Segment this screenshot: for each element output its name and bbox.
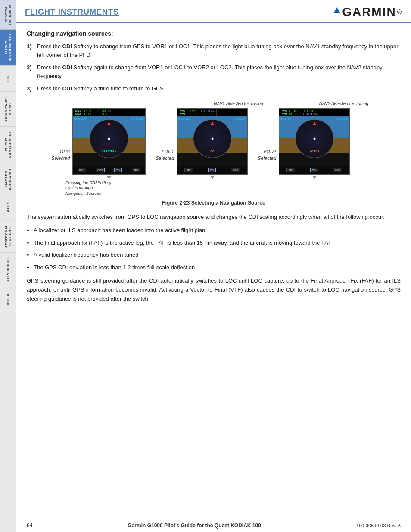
gps-compass: GPS | TERN <box>90 119 128 158</box>
step-3-cdi-bold: CDI <box>62 85 72 92</box>
bullet-3: • A valid localizer frequency has been t… <box>27 251 401 260</box>
bullet-4-text: The GPS CDI deviation is less than 1.2 t… <box>34 263 195 272</box>
garmin-triangle-icon <box>333 7 340 13</box>
page-title: FLIGHT INSTRUMENTS <box>25 8 119 17</box>
page-footer: 64 Garmin G1000 Pilot's Guide for the Qu… <box>16 519 411 532</box>
body-para-1: The system automatically switches from G… <box>27 213 401 222</box>
footer-title: Garmin G1000 Pilot's Guide for the Quest… <box>128 523 261 529</box>
sidebar-item-flight-instruments[interactable]: FLIGHTINSTRUMENTS <box>0 29 16 65</box>
loc1-compass: LOC1 <box>193 119 232 158</box>
bullet-dot-2: • <box>27 239 34 248</box>
step-3-text: Press the CDI Softkey a third time to re… <box>37 84 401 93</box>
body-para-2: GPS steering guidance is still provided … <box>27 277 401 303</box>
bullet-1: • A localizer or ILS approach has been l… <box>27 226 401 235</box>
vor2-selected-label: VOR2Selected <box>250 149 276 179</box>
loc1-cdi-btn[interactable]: CDI <box>208 168 216 172</box>
gps-crs: CRS 214° <box>131 117 144 120</box>
step-3: 3) Press the CDI Softkey a third time to… <box>27 84 401 93</box>
footer-doc-num: 190-00590-03 Rev. A <box>356 523 401 528</box>
sidebar-item-audio-panel[interactable]: AUDIO PANEL& CNS <box>0 91 16 126</box>
vor2-xpd-btn[interactable]: XPD <box>333 168 342 172</box>
pfd-gps: NW1 117.95 ↔ 110.90 IIX0 NW2 112.10 <box>72 108 146 179</box>
vor2-cdi-btn[interactable]: CDI <box>310 168 318 172</box>
page-header: FLIGHT INSTRUMENTS GARMIN® <box>16 0 411 23</box>
content-area: Changing navigation sources: 1) Press th… <box>16 23 411 519</box>
sidebar-item-index[interactable]: INDEX <box>0 286 16 312</box>
softkey-annotation: Pressing the CDI SoftkeyCycles throughNa… <box>65 180 401 196</box>
garmin-logo-text: GARMIN <box>342 5 396 19</box>
sidebar-item-appendices[interactable]: APPENDICES <box>0 252 16 286</box>
loc1-xpd-btn[interactable]: XPD <box>231 168 240 172</box>
sidebar-item-afcs[interactable]: AFCS <box>0 194 16 220</box>
main-content: FLIGHT INSTRUMENTS GARMIN® Changing navi… <box>16 0 411 532</box>
vor2-heading: HOG 354° <box>280 117 293 120</box>
loc1-crs: CRS 355° <box>234 117 246 120</box>
nav1-tuning-label: NAV1 Selected for Tuning <box>186 100 291 106</box>
step-2-text: Press the CDI Softkey again to change fr… <box>37 63 401 80</box>
step-3-num: 3) <box>27 84 37 93</box>
pfd-vor2: NW1 113.00 110.90 NW2 108.10 ↔ 113.00 <box>279 108 350 179</box>
loc1-selected-label: LOC1Selected <box>148 149 174 179</box>
vor2-compass: VOR2 || <box>295 119 334 158</box>
vor2-arrow-icon <box>312 176 317 179</box>
gps-arrow-icon <box>107 176 111 179</box>
step-1: 1) Press the CDI Softkey to change from … <box>27 42 401 59</box>
sidebar: SYSTEMOVERVIEW FLIGHTINSTRUMENTS EIS AUD… <box>0 0 16 532</box>
vor2-crs: CRS 354° <box>336 117 348 120</box>
bullet-2-text: The final approach fix (FAF) is the acti… <box>34 239 332 248</box>
numbered-steps: 1) Press the CDI Softkey to change from … <box>27 42 401 93</box>
bullet-3-text: A valid localizer frequency has been tun… <box>34 251 139 260</box>
sidebar-item-additional-features[interactable]: ADDITIONALFEATURES <box>0 220 16 252</box>
loc1-arrow-icon <box>210 176 215 179</box>
bullet-dot-4: • <box>27 263 34 272</box>
gps-obs-btn[interactable]: OBS <box>96 168 105 172</box>
gps-heading: HOG 214° <box>74 117 87 120</box>
step-1-text: Press the CDI Softkey to change from GPS… <box>37 42 401 59</box>
step-1-num: 1) <box>27 42 37 59</box>
gps-selected-label: GPSSelected <box>31 149 70 179</box>
sidebar-item-flight-management[interactable]: FLIGHTMANAGEMENT <box>0 126 16 162</box>
bullet-2: • The final approach fix (FAF) is the ac… <box>27 239 401 248</box>
bullet-1-text: A localizer or ILS approach has been loa… <box>34 226 205 235</box>
section-heading: Changing navigation sources: <box>27 30 401 37</box>
gps-cdi-btn[interactable]: CDI <box>114 168 122 172</box>
sidebar-item-system-overview[interactable]: SYSTEMOVERVIEW <box>0 0 16 29</box>
bullet-dot-3: • <box>27 251 34 260</box>
pfd-loc1: NW1 117.95 ↔ 110.90 IIX0 NW2 112.10 <box>177 108 248 179</box>
gps-pfd-btn[interactable]: PFD <box>78 168 86 172</box>
figure-caption: Figure 2-23 Selecting a Navigation Sourc… <box>27 200 401 206</box>
loc1-heading: HOG 356° <box>178 117 191 120</box>
step-1-cdi-bold: CDI <box>62 43 72 50</box>
step-2-cdi-bold: CDI <box>62 64 72 71</box>
sidebar-item-hazard-avoidance[interactable]: HAZARDAVOIDANCE <box>0 163 16 194</box>
bullet-list: • A localizer or ILS approach has been l… <box>27 226 401 272</box>
loc1-pfd-btn[interactable]: PFD <box>184 168 193 172</box>
vor2-pfd-btn[interactable]: PFD <box>286 168 295 172</box>
figure-container: NAV1 Selected for Tuning NAV2 Selected f… <box>27 100 401 206</box>
bullet-dot-1: • <box>27 226 34 235</box>
bullet-4: • The GPS CDI deviation is less than 1.2… <box>27 263 401 272</box>
nav2-tuning-label: NAV2 Selected for Tuning <box>291 100 396 106</box>
step-2-num: 2) <box>27 63 37 80</box>
gps-xpd-btn[interactable]: XPD <box>132 168 140 172</box>
garmin-logo: GARMIN® <box>333 5 402 19</box>
footer-page-num: 64 <box>27 523 32 529</box>
sidebar-item-eis[interactable]: EIS <box>0 65 16 91</box>
figure-row: GPSSelected NW1 117.95 ↔ 110.90 <box>27 108 401 179</box>
step-2: 2) Press the CDI Softkey again to change… <box>27 63 401 80</box>
